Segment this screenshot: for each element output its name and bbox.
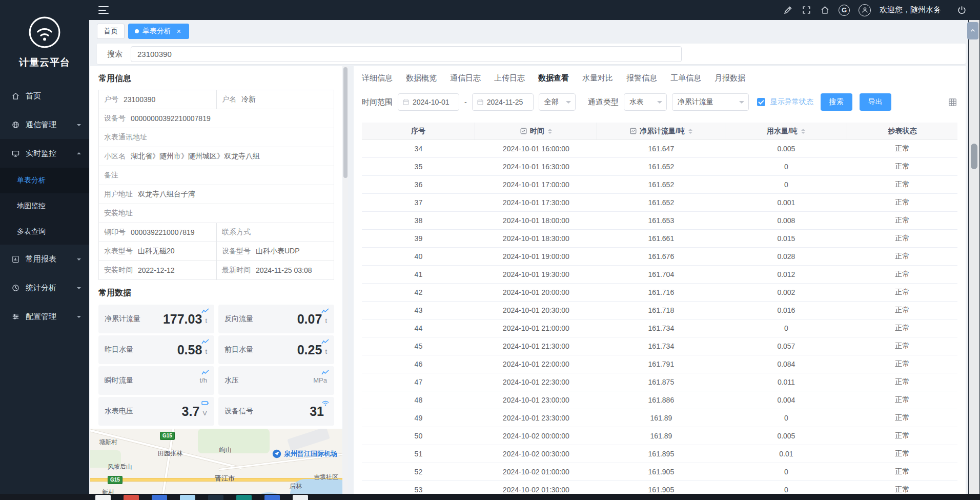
table-row[interactable]: 41 2024-10-01 19:30:00 161.704 0.012 正常 [362,266,957,284]
cell-flow: 161.716 [597,284,725,301]
cell-time: 2024-10-01 23:30:00 [475,409,597,427]
taskbar-app-icon[interactable] [95,495,111,500]
granularity-select[interactable]: 全部 [539,93,576,111]
tab-detail-info[interactable]: 详细信息 [362,73,393,84]
g-badge-icon[interactable]: G [839,5,850,16]
cell-status: 正常 [847,248,957,265]
sort-icon[interactable] [548,129,552,134]
field-value: 2022-12-12 [138,266,175,274]
search-label: 搜索 [107,49,122,59]
col-header-time[interactable]: 时间 [475,123,597,139]
tab-work-order[interactable]: 工单信息 [670,73,701,84]
tab-comm-log[interactable]: 通信日志 [450,73,481,84]
table-row[interactable]: 46 2024-10-01 22:00:00 161.791 0.084 正常 [362,355,957,373]
tab-single-meter-analysis[interactable]: 单表分析 [128,24,189,39]
taskbar [0,494,980,500]
tab-upload-log[interactable]: 上传日志 [494,73,525,84]
sidebar-item-map-monitor[interactable]: 地图监控 [0,193,89,219]
tab-data-view[interactable]: 数据查看 [538,73,569,84]
sidebar-toggle-icon[interactable] [98,6,109,14]
channel-select[interactable]: 水表 [624,93,667,111]
taskbar-app-icon[interactable] [264,495,280,500]
cell-usage: 0 [725,319,847,337]
page-scrollbar[interactable] [969,20,979,494]
table-row[interactable]: 37 2024-10-01 17:30:00 161.652 0.001 正常 [362,194,957,212]
taskbar-app-icon[interactable] [124,495,139,500]
cell-time: 2024-10-01 19:00:00 [475,248,597,265]
table-row[interactable]: 43 2024-10-01 20:30:00 161.718 0.016 正常 [362,302,957,319]
table-row[interactable]: 51 2024-10-02 00:30:00 161.895 0.01 正常 [362,445,957,463]
table-row[interactable]: 35 2024-10-01 16:30:00 161.652 0 正常 [362,158,957,176]
table-row[interactable]: 36 2024-10-01 17:00:00 161.652 0 正常 [362,176,957,194]
table-row[interactable]: 34 2024-10-01 16:00:00 161.647 0.005 正常 [362,140,957,158]
cell-time: 2024-10-01 17:00:00 [475,176,597,193]
search-button[interactable]: 搜索 [821,93,852,111]
table-row[interactable]: 49 2024-10-01 23:30:00 161.89 0 正常 [362,409,957,427]
table-row[interactable]: 53 2024-10-02 01:30:00 161.905 0 正常 [362,481,957,494]
table-row[interactable]: 40 2024-10-01 19:00:00 161.676 0.028 正常 [362,248,957,266]
sidebar-item-realtime-monitor[interactable]: 实时监控 [0,139,89,168]
home-icon[interactable] [820,5,830,15]
avatar[interactable] [859,4,871,16]
scrollbar-thumb[interactable] [971,144,977,169]
chevron-up-icon [969,27,976,34]
table-row[interactable]: 42 2024-10-01 20:00:00 161.716 0.002 正常 [362,284,957,302]
sidebar-item-statistics[interactable]: 统计分析 [0,273,89,302]
tab-alarm-info[interactable]: 报警信息 [626,73,657,84]
export-button[interactable]: 导出 [860,93,891,111]
field-value: 双龙寺八组台子湾 [138,190,195,199]
map[interactable]: G15 G15 塘新村 田园张林 峋山 风坡后山 晋江市 后林 吉坂社区 新村 … [90,429,342,494]
sidebar-item-home[interactable]: 首页 [0,82,89,110]
taskbar-app-icon[interactable] [152,495,167,500]
table-row[interactable]: 47 2024-10-01 22:30:00 161.875 0.011 正常 [362,373,957,391]
sort-icon[interactable] [688,129,692,134]
home-icon [11,92,20,101]
power-icon[interactable] [957,5,967,15]
scroll-top-button[interactable] [967,22,978,39]
taskbar-app-icon[interactable] [293,495,308,500]
info-field: 小区名 湖北省》随州市》随州城区》双龙寺八组 [98,147,334,166]
col-header-usage[interactable]: 用水量/吨 [725,123,847,139]
info-panel-scrollbar[interactable] [343,66,348,494]
table-row[interactable]: 44 2024-10-01 21:00:00 161.734 0 正常 [362,319,957,337]
col-header-no[interactable]: 序号 [362,123,475,139]
cell-usage: 0.004 [725,391,847,409]
date-to-input[interactable]: 2024-11-25 [472,93,534,111]
taskbar-app-icon[interactable] [180,495,195,500]
table-row[interactable]: 48 2024-10-01 23:00:00 161.886 0.004 正常 [362,391,957,409]
sidebar-item-single-meter-analysis[interactable]: 单表分析 [0,168,89,193]
scrollbar-thumb[interactable] [343,67,348,178]
airport-poi[interactable]: 泉州晋江国际机场 [272,449,337,458]
tab-home[interactable]: 首页 [97,24,125,39]
table-row[interactable]: 38 2024-10-01 18:00:00 161.653 0.008 正常 [362,212,957,230]
sidebar-item-config[interactable]: 配置管理 [0,302,89,331]
abnormal-checkbox[interactable] [757,98,765,106]
cell-flow: 161.718 [597,302,725,319]
search-input[interactable] [131,46,682,62]
taskbar-app-icon[interactable] [236,495,252,500]
sidebar-item-multi-meter-query[interactable]: 多表查询 [0,219,89,245]
sort-icon[interactable] [801,129,805,134]
fullscreen-icon[interactable] [802,5,811,15]
tab-water-compare[interactable]: 水量对比 [582,73,613,84]
col-header-status[interactable]: 抄表状态 [847,123,957,139]
table-row[interactable]: 52 2024-10-02 01:00:00 161.905 0 正常 [362,463,957,481]
table-row[interactable]: 45 2024-10-01 21:30:00 161.734 0.057 正常 [362,337,957,355]
tab-data-overview[interactable]: 数据概览 [406,73,437,84]
cell-usage: 0.015 [725,230,847,247]
close-icon[interactable] [175,28,182,35]
table-row[interactable]: 50 2024-10-02 00:00:00 161.89 0.005 正常 [362,427,957,445]
columns-settings-icon[interactable] [948,97,957,107]
stat-unit: t/h [200,376,207,385]
tab-monthly-report[interactable]: 月报数据 [714,73,745,84]
date-from-input[interactable]: 2024-10-01 [398,93,459,111]
field-value: 23100390 [124,95,155,104]
edit-icon[interactable] [783,5,793,15]
info-field: 最新时间 2024-11-25 03:08 [216,261,334,280]
metric-select[interactable]: 净累计流量 [672,93,749,111]
sidebar-item-communication[interactable]: 通信管理 [0,110,89,139]
col-header-flow[interactable]: 净累计流量/吨 [597,123,725,139]
table-row[interactable]: 39 2024-10-01 18:30:00 161.661 0.015 正常 [362,230,957,248]
sidebar-item-reports[interactable]: 常用报表 [0,245,89,273]
taskbar-app-icon[interactable] [208,495,223,500]
